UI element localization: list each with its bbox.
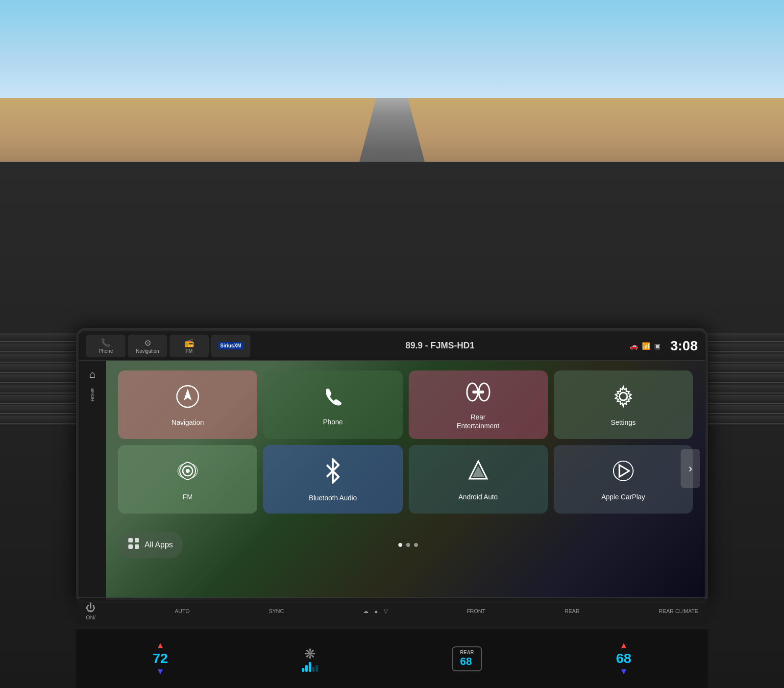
android-auto-app-label: Android Auto — [459, 492, 498, 501]
fan-bar-1 — [302, 668, 304, 672]
all-apps-icon — [128, 538, 140, 552]
home-icon[interactable]: ⌂ — [89, 368, 96, 381]
left-temp-value: 72 — [153, 651, 168, 666]
wifi-icon: 📶 — [642, 342, 650, 350]
navigation-app-icon — [176, 385, 199, 413]
background-scene — [0, 0, 784, 186]
page-dot-1 — [398, 543, 402, 547]
phone-label: Phone — [99, 348, 113, 354]
right-temp-value: 68 — [616, 651, 631, 666]
rear-temp-value: 68 — [460, 655, 472, 667]
phone-app-icon — [321, 385, 344, 413]
fm-app-tile[interactable]: FM — [118, 445, 257, 514]
page-dot-3 — [414, 543, 418, 547]
defrost-rear-btn[interactable]: ▽ — [384, 608, 388, 614]
navigation-app-label: Navigation — [172, 418, 204, 427]
svg-marker-1 — [184, 389, 192, 400]
sync-button[interactable]: SYNC — [269, 608, 284, 614]
fan-bar-3 — [309, 662, 311, 672]
fm-status-btn[interactable]: 📻 FM — [170, 335, 209, 357]
sky — [0, 0, 784, 98]
rear-temp-display: REAR 68 — [452, 646, 482, 671]
rear-button[interactable]: REAR — [564, 608, 580, 614]
right-temp-control: ▲ 68 ▼ — [616, 640, 631, 677]
all-apps-button[interactable]: All Apps — [118, 532, 183, 558]
android-auto-app-icon — [466, 459, 490, 488]
sync-label: SYNC — [269, 608, 284, 614]
navigation-status-icon: ⊙ — [145, 338, 151, 347]
rear-ent-app-label: Rear Entertainment — [457, 413, 499, 430]
left-temp-control: ▲ 72 ▼ — [153, 640, 168, 677]
phone-icon: 📞 — [101, 338, 111, 347]
navigation-status-btn[interactable]: ⊙ Navigation — [128, 335, 167, 357]
bluetooth-audio-app-tile[interactable]: Bluetooth Audio — [263, 445, 402, 514]
fan-bar-2 — [305, 665, 308, 672]
svg-marker-11 — [619, 465, 629, 477]
defrost-btn[interactable]: ▲ — [373, 608, 379, 614]
settings-app-label: Settings — [611, 418, 636, 427]
rear-label: REAR — [564, 608, 580, 614]
svg-marker-9 — [472, 466, 484, 477]
settings-app-tile[interactable]: Settings — [554, 370, 693, 439]
front-button[interactable]: FRONT — [467, 608, 486, 614]
sirius-status-btn[interactable]: SiriusXM — [211, 335, 250, 357]
fan-bar-4 — [312, 667, 315, 672]
home-strip: ⌂ HOME — [79, 361, 106, 603]
phone-status-btn[interactable]: 📞 Phone — [86, 335, 125, 357]
auto-button[interactable]: AUTO — [175, 608, 190, 614]
svg-point-5 — [619, 393, 627, 400]
apple-carplay-app-tile[interactable]: Apple CarPlay — [554, 445, 693, 514]
bottom-row: All Apps — [106, 529, 705, 563]
climate-section: ▲ 72 ▼ ❋ REAR 68 ▲ — [76, 629, 708, 688]
svg-rect-15 — [135, 544, 139, 549]
radio-station: 89.9 - FJMS-HD1 — [250, 341, 630, 351]
settings-app-icon — [612, 385, 635, 413]
right-temp-up[interactable]: ▲ — [619, 640, 628, 651]
next-page-arrow[interactable]: › — [681, 449, 700, 488]
navigation-app-tile[interactable]: Navigation — [118, 370, 257, 439]
on-button[interactable]: ⏻ ON/ — [86, 602, 96, 620]
signal-icon: ▣ — [654, 342, 661, 350]
phone-app-tile[interactable]: Phone — [263, 370, 402, 439]
page-dots — [398, 543, 418, 547]
fm-app-label: FM — [183, 492, 193, 501]
left-vent — [0, 333, 83, 480]
fan-bars — [302, 662, 318, 672]
weather-icon-btn[interactable]: ☁ — [363, 608, 368, 614]
left-temp-down[interactable]: ▼ — [156, 666, 165, 677]
auto-label: AUTO — [175, 608, 190, 614]
left-temp-up[interactable]: ▲ — [156, 640, 165, 651]
android-auto-app-tile[interactable]: Android Auto — [409, 445, 548, 514]
bluetooth-app-icon — [323, 458, 343, 489]
clock: 3:08 — [670, 338, 698, 354]
apple-carplay-app-icon — [612, 459, 635, 488]
svg-point-7 — [186, 469, 190, 473]
bluetooth-audio-app-label: Bluetooth Audio — [309, 493, 357, 502]
status-bar: 📞 Phone ⊙ Navigation 📻 FM SiriusXM 89.9 … — [79, 331, 705, 361]
fm-app-icon — [176, 459, 199, 488]
phone-app-label: Phone — [323, 418, 343, 426]
svg-rect-13 — [135, 538, 139, 542]
right-vent — [701, 333, 784, 480]
dashboard: 📞 Phone ⊙ Navigation 📻 FM SiriusXM 89.9 … — [0, 162, 784, 688]
car-icon: 🚗 — [630, 342, 638, 350]
infotainment-screen: 📞 Phone ⊙ Navigation 📻 FM SiriusXM 89.9 … — [76, 328, 708, 603]
rear-climate-label: REAR CLIMATE — [659, 608, 698, 614]
fan-icon: ❋ — [304, 646, 316, 662]
svg-rect-4 — [472, 391, 484, 393]
status-icons: 🚗 📶 ▣ — [630, 342, 661, 350]
app-grid: Navigation Phone — [106, 361, 705, 529]
rear-climate-button[interactable]: REAR CLIMATE — [659, 608, 698, 614]
rear-label-text: REAR — [460, 650, 474, 655]
page-dot-2 — [406, 543, 410, 547]
fm-status-icon: 📻 — [184, 338, 194, 347]
rear-entertainment-app-tile[interactable]: Rear Entertainment — [409, 370, 548, 439]
svg-rect-12 — [128, 538, 133, 542]
right-temp-down[interactable]: ▼ — [619, 666, 628, 677]
rear-ent-app-icon — [466, 381, 490, 408]
sirius-badge: SiriusXM — [218, 342, 244, 349]
physical-button-row: ⏻ ON/ AUTO SYNC ☁ ▲ ▽ FRONT REAR REAR CL… — [76, 597, 708, 624]
on-label: ON/ — [86, 614, 96, 620]
apple-carplay-app-label: Apple CarPlay — [601, 492, 645, 501]
fm-status-label: FM — [186, 348, 193, 354]
